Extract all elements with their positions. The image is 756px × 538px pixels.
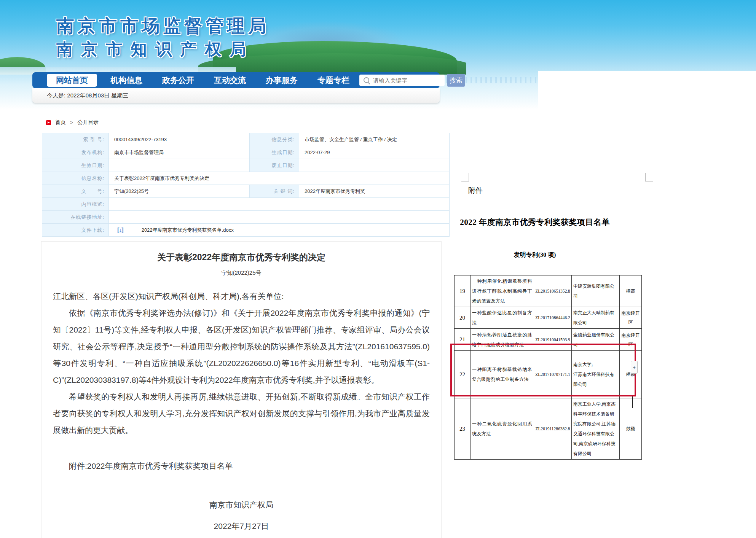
org-name-line2: 南京市知识产权局 bbox=[56, 39, 270, 60]
document-title: 关于表彰2022年度南京市优秀专利奖的决定 bbox=[53, 251, 430, 263]
meta-label-doc-no: 文 号: bbox=[42, 185, 109, 198]
breadcrumb-home[interactable]: 首页 bbox=[55, 119, 66, 126]
download-icon: [↓] bbox=[117, 227, 123, 234]
meta-value-keywords: 2022年度南京市优秀专利奖 bbox=[299, 185, 450, 198]
meta-value-effective-date bbox=[109, 159, 250, 172]
meta-value-summary bbox=[109, 198, 450, 211]
meta-label-category: 信息分类: bbox=[250, 133, 299, 146]
attachment-section-heading: 发明专利(30 项) bbox=[449, 251, 620, 259]
table-row: 索 引 号: 000014349/2022-73193 信息分类: 市场监管、安… bbox=[42, 133, 450, 146]
text-cursor bbox=[632, 396, 633, 408]
table-row: 内容概览: bbox=[42, 198, 450, 211]
page-margin-mark-left bbox=[461, 173, 469, 181]
meta-label-keywords: 关 键 词: bbox=[250, 185, 299, 198]
patent-title: 一种二氧化硫资源化回用系统及方法 bbox=[471, 398, 534, 460]
document-paragraph-1: 依据《南京市优秀专利奖评选办法(修订)》和《关于开展2022年度南京市优秀专利奖… bbox=[53, 305, 430, 388]
breadcrumb-current: 公开目录 bbox=[77, 119, 99, 126]
patent-owner: 南京工业大学,南京杰科丰环保技术装备研究院有限公司,江苏德义通环保科技有限公司,… bbox=[572, 398, 620, 460]
site-logo: 南京市市场监督管理局 南京市知识产权局 bbox=[56, 15, 270, 60]
document-paragraph-2: 希望获奖的专利权人和发明人再接再厉,继续锐意进取、开拓创新,不断取得新成绩。全市… bbox=[53, 388, 430, 439]
document-body: 江北新区、各区(开发区)知识产权局(科创局、科才局),各有关单位: 依据《南京市… bbox=[53, 288, 430, 535]
nav-tab-org-info[interactable]: 机构信息 bbox=[104, 75, 149, 86]
patent-owner: 中建安装集团有限公司 bbox=[572, 275, 620, 307]
table-row: 23 一种二氧化硫资源化回用系统及方法 ZL201911286382.8 南京工… bbox=[455, 398, 642, 460]
official-document: 关于表彰2022年度南京市优秀专利奖的决定 宁知(2022)25号 江北新区、各… bbox=[41, 241, 442, 538]
patent-district: 南京经开区 bbox=[620, 307, 642, 329]
page-margin-mark-right bbox=[645, 173, 653, 181]
table-row: 生效日期: 废止日期: bbox=[42, 159, 450, 172]
download-file-link[interactable]: 2022年度南京市优秀专利奖获奖名单.docx bbox=[142, 227, 234, 234]
table-row: 在线链接地址: bbox=[42, 211, 450, 224]
patent-owner: 南京正大天晴制药有限公司 bbox=[572, 307, 620, 329]
meta-value-online-link bbox=[109, 211, 450, 224]
meta-label-publisher: 发布机构: bbox=[42, 146, 109, 159]
meta-value-index-no: 000014349/2022-73193 bbox=[109, 133, 250, 146]
document-signer: 南京市知识产权局 bbox=[53, 497, 430, 513]
search-icon bbox=[364, 77, 369, 83]
nav-tab-services[interactable]: 办事服务 bbox=[259, 75, 304, 86]
patent-number: ZL201510651352.8 bbox=[534, 275, 572, 307]
highlight-rectangle bbox=[450, 344, 636, 396]
meta-label-info-name: 信息名称: bbox=[42, 172, 109, 185]
patent-title: 一种盐酸伊达比星的制备方法 bbox=[471, 307, 534, 329]
meta-label-expiry-date: 废止日期: bbox=[250, 159, 299, 172]
comment-plus-marker[interactable]: + bbox=[631, 361, 638, 374]
breadcrumb-separator: > bbox=[70, 119, 73, 126]
meta-label-create-date: 生成日期: bbox=[250, 146, 299, 159]
patent-district: 栖霞 bbox=[620, 275, 642, 307]
attachment-title: 2022 年度南京市优秀专利奖获奖项目名单 bbox=[449, 217, 620, 228]
patent-row-number: 19 bbox=[455, 275, 471, 307]
main-navbar: 网站首页 机构信息 政务公开 互动交流 办事服务 专题专栏 搜索 bbox=[32, 72, 440, 88]
patent-district: 鼓楼 bbox=[620, 398, 642, 460]
patent-number: ZL201911286382.8 bbox=[534, 398, 572, 460]
search-input[interactable] bbox=[359, 75, 445, 86]
meta-value-create-date: 2022-07-29 bbox=[299, 146, 450, 159]
file-download-cell: [↓] 2022年度南京市优秀专利奖获奖名单.docx bbox=[109, 224, 450, 237]
document-number: 宁知(2022)25号 bbox=[53, 269, 430, 277]
meta-value-publisher: 南京市市场监督管理局 bbox=[109, 146, 250, 159]
table-row: 文件下载: [↓] 2022年度南京市优秀专利奖获奖名单.docx bbox=[42, 224, 450, 237]
date-bar: 今天是: 2022年08月03日 星期三 bbox=[32, 88, 440, 103]
meta-label-online-link: 在线链接地址: bbox=[42, 211, 109, 224]
document-meta-table: 索 引 号: 000014349/2022-73193 信息分类: 市场监管、安… bbox=[42, 133, 450, 237]
table-row: 发布机构: 南京市市场监督管理局 生成日期: 2022-07-29 bbox=[42, 146, 450, 159]
breadcrumb: 首页 > 公开目录 bbox=[46, 119, 99, 126]
search-box bbox=[359, 75, 445, 86]
patent-row-number: 23 bbox=[455, 398, 471, 460]
meta-value-info-name: 关于表彰2022年度南京市优秀专利奖的决定 bbox=[109, 172, 450, 185]
org-name-line1: 南京市市场监督管理局 bbox=[56, 15, 270, 37]
patent-number: ZL201710864446.2 bbox=[534, 307, 572, 329]
page: 南京市市场监督管理局 南京市知识产权局 网站首页 机构信息 政务公开 互动交流 … bbox=[0, 0, 756, 538]
meta-value-category: 市场监管、安全生产监管 / 重点工作 / 决定 bbox=[299, 133, 450, 146]
nav-tab-interaction[interactable]: 互动交流 bbox=[207, 75, 252, 86]
patent-row-number: 20 bbox=[455, 307, 471, 329]
table-row: 文 号: 宁知(2022)25号 关 键 词: 2022年度南京市优秀专利奖 bbox=[42, 185, 450, 198]
attachment-preview-window: 附件 2022 年度南京市优秀专利奖获奖项目名单 发明专利(30 项) 19 一… bbox=[442, 0, 756, 538]
document-sign-date: 2022年7月27日 bbox=[53, 518, 430, 535]
table-row: 信息名称: 关于表彰2022年度南京市优秀专利奖的决定 bbox=[42, 172, 450, 185]
meta-label-index-no: 索 引 号: bbox=[42, 133, 109, 146]
meta-label-file-download: 文件下载: bbox=[42, 224, 109, 237]
table-row: 20 一种盐酸伊达比星的制备方法 ZL201710864446.2 南京正大天晴… bbox=[455, 307, 642, 329]
patent-title: 一种利用催化精馏规整填料进行叔丁醇脱水制高纯异丁烯的装置及方法 bbox=[471, 275, 534, 307]
nav-tab-home[interactable]: 网站首页 bbox=[47, 74, 97, 87]
meta-label-summary: 内容概览: bbox=[42, 198, 109, 211]
attachment-label: 附件 bbox=[468, 186, 483, 196]
document-salutation: 江北新区、各区(开发区)知识产权局(科创局、科才局),各有关单位: bbox=[53, 288, 430, 305]
nav-tab-special-columns[interactable]: 专题专栏 bbox=[311, 75, 356, 86]
breadcrumb-icon bbox=[46, 120, 51, 125]
document-attachment-line: 附件:2022年度南京市优秀专利奖获奖项目名单 bbox=[53, 458, 430, 474]
table-row: 19 一种利用催化精馏规整填料进行叔丁醇脱水制高纯异丁烯的装置及方法 ZL201… bbox=[455, 275, 642, 307]
meta-value-doc-no: 宁知(2022)25号 bbox=[109, 185, 250, 198]
today-text: 今天是: 2022年08月03日 星期三 bbox=[47, 92, 128, 99]
meta-value-expiry-date bbox=[299, 159, 450, 172]
meta-label-effective-date: 生效日期: bbox=[42, 159, 109, 172]
nav-tab-gov-affairs[interactable]: 政务公开 bbox=[156, 75, 201, 86]
